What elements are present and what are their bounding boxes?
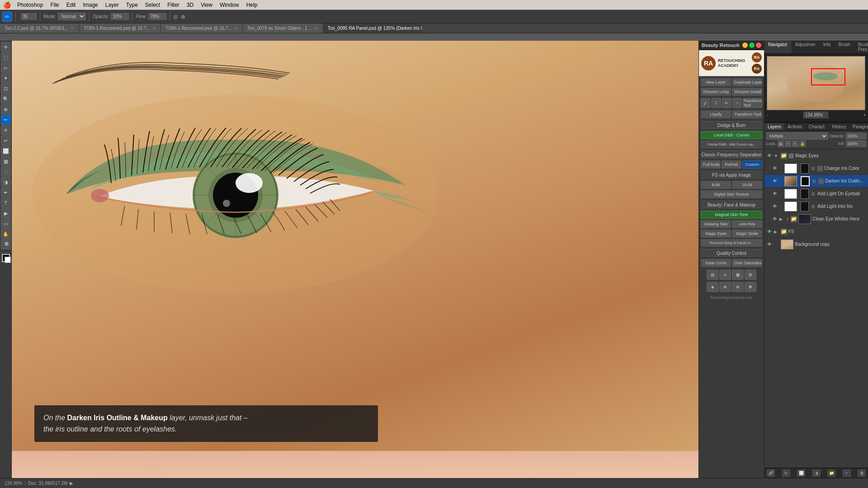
layer-visibility-bg-copy[interactable]: 👁 <box>766 241 773 248</box>
panel-tool-4[interactable]: ○ <box>732 98 742 108</box>
magic-eyes-btn[interactable]: Magic Eyes <box>701 230 731 238</box>
menu-type[interactable]: Type <box>123 2 142 8</box>
panel-icon-2[interactable]: ⧈ <box>719 270 731 280</box>
layer-mask-btn[interactable]: ⬜ <box>797 469 805 477</box>
menu-window[interactable]: Window <box>216 2 243 8</box>
fill-input[interactable] <box>846 141 866 147</box>
zoom-input[interactable] <box>803 112 828 118</box>
remove-body-btn[interactable]: Remove Body & Facial H... <box>701 239 762 247</box>
menu-image[interactable]: Image <box>79 2 101 8</box>
bit16-btn[interactable]: 16-bit <box>732 181 762 189</box>
panel-tool-1[interactable]: 🖊 <box>701 98 710 108</box>
panel-icon-3[interactable]: ▦ <box>732 270 744 280</box>
change-iris-color-item[interactable]: 👁 ⛓ 𝑓 Change Iris Color <box>764 162 868 175</box>
brush-tool-icon[interactable]: ✏ <box>2 12 12 22</box>
tab-1[interactable]: TORI-1-Recovered.psd @ 16.7... ✕ <box>79 23 161 33</box>
tab-close-0[interactable]: ✕ <box>71 26 74 31</box>
move-tool[interactable]: ✛ <box>1 42 11 52</box>
layer-delete-btn[interactable]: 🗑 <box>858 469 866 477</box>
zoom-in-icon[interactable]: + <box>863 113 866 117</box>
adjustments-tab[interactable]: Adjustmer <box>792 41 820 53</box>
status-arrow[interactable]: ▶ <box>70 481 73 486</box>
fs-group-item[interactable]: 👁 ▶ 📁 FS <box>764 225 868 238</box>
panel-maximize-btn[interactable] <box>749 42 755 48</box>
duplicate-layer-btn[interactable]: Duplicate Layer <box>732 78 762 86</box>
tab-2[interactable]: TORI-1-Recovered.psd @ 16.7... ✕ <box>161 23 243 33</box>
lasso-tool[interactable]: ∞ <box>1 63 11 73</box>
user-avatar-bottom[interactable]: RA <box>752 64 762 74</box>
brush-size-input[interactable] <box>21 13 37 20</box>
menu-layer[interactable]: Layer <box>102 2 123 8</box>
layer-link-btn[interactable]: 🔗 <box>767 469 775 477</box>
panel-tool-3[interactable]: ✏ <box>722 98 731 108</box>
navigator-image-box[interactable] <box>767 56 865 110</box>
foreground-color[interactable] <box>2 254 10 262</box>
digital-skin-btn[interactable]: Digital Skin Texture <box>701 190 762 198</box>
magic-smile-btn[interactable]: Magic Smile <box>732 230 762 238</box>
darken-iris-item[interactable]: 👁 ⛓ 𝑓 Darken Iris Outline & Ma... <box>764 175 868 188</box>
add-light-eyeball-item[interactable]: 👁 ⛓ Add Light On Eyeball <box>764 188 868 200</box>
layer-visibility-fs[interactable]: 👁 <box>766 229 773 235</box>
over-saturation-btn[interactable]: Over Saturation <box>732 259 762 267</box>
local-dnb-btn[interactable]: Local D&B - Curves <box>701 131 762 139</box>
gradient-tool[interactable]: ▦ <box>1 156 11 166</box>
portrait-btn[interactable]: Portrait <box>722 160 741 169</box>
hand-tool[interactable]: ✋ <box>1 229 11 239</box>
clone-stamp-tool[interactable]: ✳ <box>1 125 11 135</box>
tab-close-1[interactable]: ✕ <box>152 26 156 31</box>
opacity-input[interactable] <box>111 13 129 20</box>
brush-tool[interactable]: ✏ <box>1 115 11 125</box>
shape-tool[interactable]: ▭ <box>1 219 11 229</box>
global-dnb-btn[interactable]: Global D&B - Mid Curve Lay... <box>701 141 762 148</box>
bit8-btn[interactable]: 8-bit <box>701 181 731 189</box>
add-light-iris-item[interactable]: 👁 ⛓ Add Light Into Iris <box>764 200 868 213</box>
layer-list[interactable]: 👁 ▼ 📁 Magic Eyes 👁 ⛓ 𝑓 Change Iris Color <box>764 150 868 468</box>
eraser-tool[interactable]: ⬜ <box>1 146 11 156</box>
tab-4[interactable]: Tori_0095 RA Panel.psd @ 135% (Darken Ir… <box>323 23 423 33</box>
layer-visibility-change-iris[interactable]: 👁 <box>772 165 778 172</box>
tab-close-2[interactable]: ✕ <box>234 26 238 31</box>
anti-pink-btn[interactable]: Anti-Pink <box>732 220 762 228</box>
layer-expand-magic-eyes[interactable]: ▼ <box>774 154 779 158</box>
brush-tab[interactable]: Brush <box>835 41 854 53</box>
zoom-tool[interactable]: 🔎 <box>1 239 11 249</box>
eyedropper-tool[interactable]: 🔍 <box>1 94 11 104</box>
panel-icon-8[interactable]: ✤ <box>745 282 756 292</box>
background-copy-item[interactable]: 👁 Background copy <box>764 238 868 251</box>
custom-btn[interactable]: Custom <box>742 160 762 169</box>
tab-0[interactable]: Tori-2-2.psd @ 16.7% (RGB/1... ✕ <box>0 23 79 33</box>
flow-input[interactable] <box>148 13 166 20</box>
blur-tool[interactable]: ◌ <box>1 167 11 177</box>
solar-curve-btn[interactable]: Solar Curve <box>701 259 731 267</box>
transform-tool-btn2[interactable]: Transform Tool <box>732 110 762 118</box>
mode-select[interactable]: Normal Multiply Screen <box>58 13 86 20</box>
panel-icon-1[interactable]: ▤ <box>707 270 718 280</box>
full-body-btn[interactable]: Full-body <box>701 160 721 169</box>
crop-tool[interactable]: ⊡ <box>1 84 11 94</box>
canvas-area[interactable]: On the Darken Iris Outline & Makeup laye… <box>12 41 698 478</box>
menu-photoshop[interactable]: Photoshop <box>14 2 47 8</box>
layers-tab[interactable]: Layers <box>764 123 784 131</box>
panel-close-btn[interactable] <box>756 42 761 48</box>
layer-visibility-add-light-eye[interactable]: 👁 <box>772 191 778 197</box>
layer-visibility-clean-eye[interactable]: 👁 <box>772 216 778 222</box>
layer-fx-btn[interactable]: fx <box>782 469 790 477</box>
panel-icon-7[interactable]: ⊗ <box>732 282 744 292</box>
selection-tool[interactable]: ⬚ <box>1 52 11 62</box>
layer-group-btn[interactable]: 📁 <box>827 469 835 477</box>
paragraph-tab[interactable]: Paragra. <box>849 123 868 131</box>
info-tab[interactable]: Info <box>820 41 835 53</box>
history-tab[interactable]: History <box>829 123 849 131</box>
layer-visibility-magic-eyes[interactable]: 👁 <box>766 153 773 159</box>
pressure-icon[interactable]: ⊕ <box>181 14 185 20</box>
clean-eye-whites-item[interactable]: 👁 ▶ 3 📁 Clean Eye Whites Here <box>764 213 868 225</box>
layer-expand-clean-eye[interactable]: ▶ <box>779 217 785 221</box>
healing-brush-tool[interactable]: ⊕ <box>1 104 11 114</box>
panel-icon-6[interactable]: ⊕ <box>719 282 731 292</box>
menu-3d[interactable]: 3D <box>183 2 197 8</box>
tab-close-3[interactable]: ✕ <box>315 26 318 31</box>
menu-view[interactable]: View <box>197 2 216 8</box>
lock-position-icon[interactable]: ✏ <box>785 141 791 147</box>
path-selection-tool[interactable]: ▶ <box>1 208 11 218</box>
opacity-input-layers[interactable] <box>846 133 866 139</box>
